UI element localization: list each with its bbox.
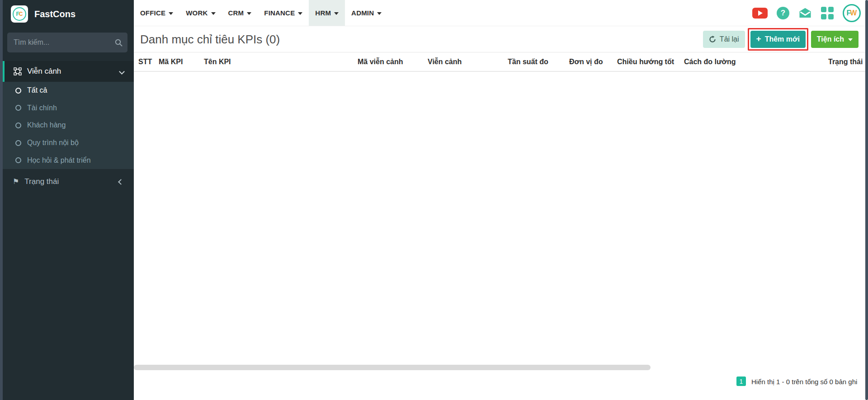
chevron-down-icon bbox=[119, 69, 125, 75]
toolbar: Tải lại + Thêm mới Tiện ích bbox=[703, 26, 859, 52]
page-title: Danh mục chỉ tiêu KPIs (0) bbox=[140, 33, 280, 47]
reload-button[interactable]: Tải lại bbox=[703, 31, 745, 48]
submenu-label: Tất cả bbox=[27, 86, 47, 94]
nav-label: WORK bbox=[186, 9, 208, 17]
sidebar-item-hoc-hoi-phat-trien[interactable]: Học hỏi & phát triển bbox=[3, 151, 134, 169]
sidebar-item-quy-trinh-noi-bo[interactable]: Quy trình nội bộ bbox=[3, 134, 134, 152]
table-header-row: STT Mã KPI Tên KPI Mã viễn cảnh Viễn cản… bbox=[134, 52, 865, 72]
reload-label: Tải lại bbox=[720, 35, 739, 43]
flag-icon: ⚑ bbox=[13, 178, 19, 185]
main-content: OFFICE WORK CRM FINANCE HRM ADMIN bbox=[134, 0, 865, 400]
nav-hrm[interactable]: HRM bbox=[309, 0, 345, 26]
annotation-highlight: + Thêm mới bbox=[748, 28, 808, 51]
nav-admin[interactable]: ADMIN bbox=[345, 0, 388, 26]
caret-down-icon bbox=[377, 12, 382, 15]
nav-label: FINANCE bbox=[264, 9, 295, 17]
circle-icon bbox=[15, 157, 21, 163]
caret-down-icon bbox=[334, 12, 339, 15]
sidebar: FC FastCons Viễn cảnh bbox=[3, 0, 134, 400]
sidebar-item-tai-chinh[interactable]: Tài chính bbox=[3, 99, 134, 117]
search-input[interactable] bbox=[7, 38, 113, 47]
submenu-label: Khách hàng bbox=[27, 121, 66, 129]
horizontal-scrollbar-thumb[interactable] bbox=[134, 365, 651, 370]
avatar-letter-w: W bbox=[850, 9, 857, 17]
circle-icon bbox=[15, 140, 21, 146]
sidebar-item-vien-canh[interactable]: Viễn cảnh bbox=[3, 61, 134, 82]
play-icon bbox=[758, 10, 763, 16]
search-icon[interactable] bbox=[113, 39, 124, 47]
caret-down-icon bbox=[848, 38, 853, 41]
question-mark: ? bbox=[781, 9, 785, 18]
top-navbar: OFFICE WORK CRM FINANCE HRM ADMIN bbox=[134, 0, 865, 26]
nav-label: HRM bbox=[315, 9, 331, 17]
column-header-chieu-huong-tot[interactable]: Chiều hướng tốt bbox=[617, 58, 684, 66]
nav-finance[interactable]: FINANCE bbox=[258, 0, 309, 26]
column-header-ten-kpi[interactable]: Tên KPI bbox=[204, 58, 358, 66]
sidebar-item-khach-hang[interactable]: Khách hàng bbox=[3, 117, 134, 134]
sidebar-search[interactable] bbox=[7, 33, 127, 52]
perspective-submenu: Tất cả Tài chính Khách hàng Quy trình nộ… bbox=[3, 82, 134, 169]
submenu-label: Học hỏi & phát triển bbox=[27, 156, 91, 165]
column-header-stt[interactable]: STT bbox=[138, 58, 159, 66]
column-header-don-vi-do[interactable]: Đơn vị đo bbox=[569, 58, 617, 66]
nav-label: ADMIN bbox=[351, 9, 374, 17]
submenu-label: Quy trình nội bộ bbox=[27, 139, 79, 147]
nav-label: CRM bbox=[228, 9, 244, 17]
apps-grid-icon[interactable] bbox=[821, 7, 834, 19]
caret-down-icon bbox=[169, 12, 173, 15]
nav-office[interactable]: OFFICE bbox=[134, 0, 179, 26]
circle-icon bbox=[15, 122, 21, 128]
mail-icon[interactable] bbox=[798, 7, 812, 19]
column-header-cach-do-luong[interactable]: Cách đo lường bbox=[684, 58, 828, 66]
sidebar-item-tat-ca[interactable]: Tất cả bbox=[3, 82, 134, 99]
column-header-ma-vien-canh[interactable]: Mã viễn cảnh bbox=[358, 58, 428, 66]
user-avatar[interactable]: FW bbox=[843, 4, 861, 22]
add-new-button[interactable]: + Thêm mới bbox=[750, 31, 806, 48]
submenu-label: Tài chính bbox=[27, 104, 57, 112]
caret-down-icon bbox=[211, 12, 216, 15]
column-header-tan-suat-do[interactable]: Tần suất đo bbox=[508, 58, 569, 66]
brand[interactable]: FC FastCons bbox=[3, 0, 134, 28]
column-header-vien-canh[interactable]: Viễn cảnh bbox=[428, 58, 508, 66]
nav-crm[interactable]: CRM bbox=[222, 0, 258, 26]
add-new-label: Thêm mới bbox=[765, 35, 800, 43]
column-header-trang-thai[interactable]: Trạng thái bbox=[828, 58, 865, 66]
help-icon[interactable]: ? bbox=[777, 7, 789, 19]
sidebar-item-label: Viễn cảnh bbox=[27, 67, 61, 76]
fastcons-logo-icon: FC bbox=[11, 5, 28, 23]
navbar-right-icons: ? FW bbox=[752, 0, 861, 26]
chevron-left-icon bbox=[118, 179, 124, 185]
circle-icon bbox=[15, 88, 21, 94]
youtube-icon[interactable] bbox=[752, 8, 768, 19]
page-header: Danh mục chỉ tiêu KPIs (0) Tải lại + Thê… bbox=[134, 26, 865, 52]
caret-down-icon bbox=[247, 12, 251, 15]
plus-icon: + bbox=[756, 34, 761, 44]
utility-button[interactable]: Tiện ích bbox=[811, 31, 859, 48]
nav-work[interactable]: WORK bbox=[179, 0, 222, 26]
sidebar-item-label: Trạng thái bbox=[24, 177, 59, 186]
logo-letter-c: C bbox=[19, 11, 23, 17]
pagination-page-1-button[interactable]: 1 bbox=[736, 376, 746, 386]
nav-label: OFFICE bbox=[140, 9, 165, 17]
circle-icon bbox=[15, 105, 21, 111]
refresh-icon bbox=[709, 36, 716, 43]
caret-down-icon bbox=[298, 12, 302, 15]
vertical-scrollbar-thumb[interactable] bbox=[865, 0, 868, 400]
sidebar-item-trang-thai[interactable]: ⚑ Trạng thái bbox=[3, 173, 134, 191]
perspective-icon bbox=[14, 67, 22, 75]
table-body-empty bbox=[134, 72, 865, 361]
brand-name: FastCons bbox=[34, 9, 75, 19]
app-screen: FC FastCons Viễn cảnh bbox=[0, 0, 868, 400]
column-header-ma-kpi[interactable]: Mã KPI bbox=[159, 58, 204, 66]
pagination-summary: Hiển thị 1 - 0 trên tổng số 0 bản ghi bbox=[751, 378, 857, 386]
utility-label: Tiện ích bbox=[817, 35, 844, 43]
